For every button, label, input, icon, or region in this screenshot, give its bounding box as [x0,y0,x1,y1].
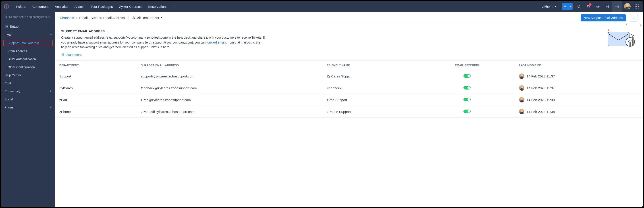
sidebar-item-help-center[interactable]: Help Center [1,71,55,79]
sidebar-item-label: DKIM Authentication [8,57,36,61]
cell-friendly-name: zPhone Support [322,106,349,113]
sidebar-item-support-email-address[interactable]: Support Email Address [3,40,53,47]
sidebar-item-social[interactable]: Social [1,95,55,103]
forward-emails-link[interactable]: forward emails [206,40,227,44]
cell-email: support@zylcares.zohosupport.com [136,70,322,82]
email-table-wrap: DEPARTMENTSUPPORT EMAIL ADDRESSFRIENDLY … [55,61,349,113]
nav-item-tickets[interactable]: Tickets [12,1,29,12]
col-support-email-address: SUPPORT EMAIL ADDRESS [136,61,322,70]
sidebar-item-label: Help Center [4,74,21,77]
table-row[interactable]: zPadzPad@zylcares.zohosupport.comzPad Su… [55,94,349,106]
sidebar-section-setup: Setup [1,22,55,31]
cell-department: zPhone [55,106,136,113]
app-logo[interactable] [1,4,12,9]
table-row[interactable]: Supportsupport@zylcares.zohosupport.comZ… [55,70,349,82]
svg-point-16 [134,18,135,19]
gear-icon [4,25,8,28]
learn-more-link[interactable]: Learn More [61,53,349,56]
sidebar-search-input[interactable] [9,15,52,18]
table-row[interactable]: ZylCaresfeedback@zylcares.zohosupport.co… [55,82,349,94]
cell-department: ZylCares [55,82,136,94]
cell-friendly-name: zPad Support [322,94,349,106]
org-icon [132,16,136,20]
table-row[interactable]: zPhonezPhone@zylcares.zohosupport.comzPh… [55,106,349,113]
sidebar-item-other-configuration[interactable]: Other Configuration [1,63,55,71]
svg-point-13 [6,26,7,27]
sidebar-item-from-address[interactable]: From Address [1,47,55,55]
sidebar-item-label: Phone [4,106,14,109]
col-friendly-name: FRIENDLY NAME [322,61,349,70]
breadcrumb-current: Email - Support Email Address [79,16,124,20]
intro-section: SUPPORT EMAIL ADDRESS Create a support e… [55,24,349,61]
sidebar-item-label: Support Email Address [8,41,39,45]
sidebar-item-label: From Address [8,49,27,53]
sidebar-item-email[interactable]: Email [1,31,55,39]
cell-department: zPad [55,94,136,106]
top-nav: TicketsCustomersAnalyticsAssetsTour Pack… [1,1,349,12]
sidebar-item-label: Social [4,98,13,101]
sidebar-item-chat[interactable]: Chat [1,79,55,87]
chevron-right-icon [50,90,52,92]
breadcrumb-bar: Channels / Email - Support Email Address… [55,12,349,24]
cell-friendly-name: ZylCares Supp... [322,70,349,82]
col-department: DEPARTMENT [55,61,136,70]
intro-heading: SUPPORT EMAIL ADDRESS [61,30,349,33]
nav-item-assets[interactable]: Assets [72,1,88,12]
sidebar-search[interactable] [1,12,55,22]
cell-friendly-name: Feedback [322,82,349,94]
chevron-right-icon [50,106,52,108]
search-icon [4,15,7,18]
main-panel: Channels / Email - Support Email Address… [55,12,349,113]
doc-icon [61,53,64,56]
sidebar-item-community[interactable]: Community [1,87,55,95]
sidebar-item-phone[interactable]: Phone [1,103,55,111]
svg-line-12 [6,17,7,18]
chevron-down-icon [50,34,52,36]
department-filter-label: All Department [137,16,159,20]
breadcrumb-divider [128,16,128,20]
sidebar-item-label: Chat [4,82,11,85]
cell-department: Support [55,70,136,82]
department-filter[interactable]: All Department [132,16,162,20]
sidebar-section-label: Setup [10,24,18,28]
nav-items: TicketsCustomersAnalyticsAssetsTour Pack… [12,1,170,12]
sidebar-item-label: Email [4,33,12,37]
svg-point-11 [5,16,6,18]
cell-email: feedback@zylcares.zohosupport.com [136,82,322,94]
nav-item-zylker-courses[interactable]: Zylker Courses [116,1,145,12]
sidebar-item-label: Community [4,90,20,93]
nav-item-customers[interactable]: Customers [29,1,52,12]
email-table: DEPARTMENTSUPPORT EMAIL ADDRESSFRIENDLY … [55,61,349,113]
nav-item-tour-packages[interactable]: Tour Packages [88,1,116,12]
cell-email: zPad@zylcares.zohosupport.com [136,94,322,106]
sidebar-item-dkim-authentication[interactable]: DKIM Authentication [1,55,55,63]
nav-more[interactable] [172,1,180,12]
svg-point-14 [134,16,134,17]
cell-email: zPhone@zylcares.zohosupport.com [136,106,322,113]
intro-text: Create a support email address (e.g., su… [61,35,266,50]
breadcrumb-root[interactable]: Channels [60,16,74,20]
caret-down-icon [160,17,162,18]
setup-sidebar: Setup EmailSupport Email AddressFrom Add… [1,12,55,113]
nav-item-reservations[interactable]: Reservations [145,1,171,12]
nav-item-analytics[interactable]: Analytics [52,1,71,12]
svg-point-15 [132,18,133,19]
sidebar-item-label: Other Configuration [8,66,35,69]
breadcrumb-sep: / [76,16,77,20]
